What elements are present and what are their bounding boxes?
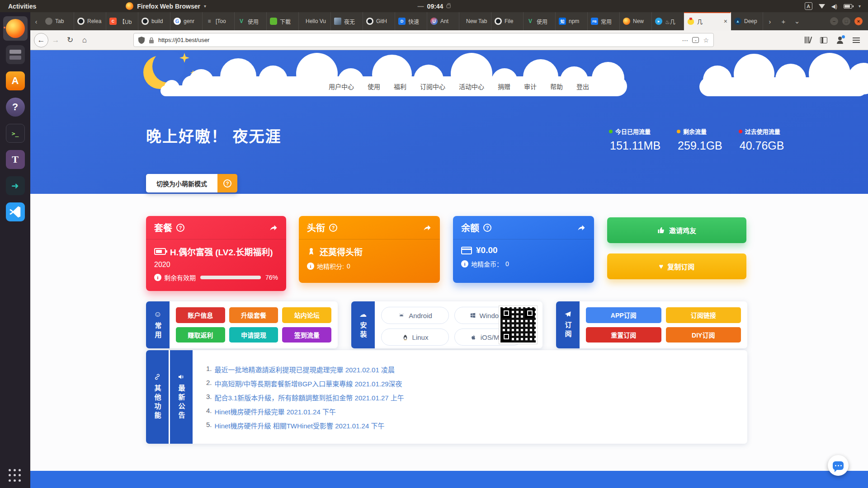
copy-subscription-button[interactable]: ♥ 复制订阅 (607, 253, 746, 279)
forum-button[interactable]: 站内论坛 (282, 307, 331, 323)
scroll-tabs-right-button[interactable]: › (763, 12, 777, 30)
list-all-tabs-button[interactable]: ⌄ (790, 12, 804, 30)
maximize-button[interactable]: □ (842, 17, 850, 25)
nav-item-activity-center[interactable]: 活动中心 (459, 82, 484, 91)
nav-item-logout[interactable]: 登出 (576, 82, 589, 91)
browser-tab[interactable]: V使用 (524, 12, 556, 30)
question-icon[interactable]: ? (483, 224, 491, 232)
invite-friends-button[interactable]: 邀请鸡友 (607, 217, 746, 243)
dock-item-vscode[interactable] (3, 200, 28, 224)
scroll-tabs-left-button[interactable]: ‹ (30, 12, 42, 30)
home-button[interactable]: ⌂ (77, 33, 92, 47)
browser-tab[interactable]: Tab (42, 12, 74, 30)
new-tab-button[interactable]: + (777, 12, 790, 30)
sidebar-icon[interactable] (820, 37, 827, 43)
browser-tab-active[interactable]: 几 × (684, 12, 731, 30)
browser-tab[interactable]: 下載 (267, 12, 299, 30)
browser-tab[interactable]: New (620, 12, 652, 30)
announcement-link[interactable]: Hinet機房硬件升級 相關TWHinet受影響 2021.01.24 下午 (215, 421, 385, 430)
back-button[interactable]: ← (34, 33, 48, 47)
announcement-link[interactable]: 配合3.1新版本升級，所有餘額調整到抵扣金幣 2021.01.27 上午 (215, 393, 404, 402)
browser-tab[interactable]: ≡[Too (203, 12, 235, 30)
dock-item-files[interactable] (3, 42, 28, 67)
tracking-protection-shield-icon[interactable] (138, 37, 145, 44)
install-tab[interactable]: ☁↓ 安装 (351, 301, 375, 348)
announcement-link[interactable]: Hinet機房硬件升級完畢 2021.01.24 下午 (215, 407, 336, 416)
switch-newbie-mode-button[interactable]: 切换为小萌新模式 ? (146, 174, 237, 192)
browser-tab[interactable]: Relea (74, 12, 106, 30)
show-applications-button[interactable] (9, 469, 22, 483)
browser-tab[interactable]: C【Ub (106, 12, 138, 30)
subscribe-tab[interactable]: 订阅 (556, 301, 580, 348)
close-tab-icon[interactable]: × (723, 18, 727, 25)
dock-item-ubuntu-software[interactable]: A (3, 69, 28, 93)
reset-subscription-button[interactable]: 重置订阅 (586, 327, 661, 343)
upgrade-plan-button[interactable]: 升级套餐 (229, 307, 278, 323)
forward-button[interactable]: → (48, 33, 63, 47)
checkin-traffic-button[interactable]: 签到流量 (282, 327, 331, 343)
share-icon[interactable] (423, 223, 432, 232)
android-download-button[interactable]: Android (381, 307, 449, 324)
chat-widget-button[interactable] (828, 455, 849, 476)
account-icon[interactable] (836, 37, 844, 44)
announcement-link[interactable]: 最近一批地精邀請返利提現已提現處理完畢 2021.02.01 凌晨 (215, 365, 395, 374)
system-tray[interactable]: A ◀) ▾ (805, 2, 868, 10)
browser-tab[interactable]: 夜无 (331, 12, 363, 30)
linux-download-button[interactable]: Linux (381, 328, 449, 346)
account-info-button[interactable]: 账户信息 (176, 307, 225, 323)
close-window-button[interactable]: × (854, 17, 863, 25)
save-to-pocket-icon[interactable]: ⌄ (692, 37, 699, 43)
nav-item-donate[interactable]: 捐赠 (498, 82, 510, 91)
bookmark-star-icon[interactable]: ☆ (703, 37, 709, 44)
dock-item-remote-terminal[interactable]: ➜ (3, 174, 28, 198)
browser-tab[interactable]: FB常用 (588, 12, 620, 30)
page-actions-button[interactable]: ⋯ (682, 37, 688, 44)
browser-tab[interactable]: ▲Deep (731, 12, 763, 30)
browser-tab[interactable]: V使用 (235, 12, 267, 30)
announcement-link[interactable]: 中高短期/中等長期套餐新增BGP入口華東專線 2021.01.29深夜 (215, 379, 402, 388)
nav-item-subscription-center[interactable]: 订阅中心 (420, 82, 445, 91)
app-subscription-button[interactable]: APP订阅 (586, 307, 661, 323)
activities-button[interactable]: Activities (0, 3, 44, 10)
mode-help-segment[interactable]: ? (217, 174, 237, 192)
earn-rebate-button[interactable]: 赚取返利 (176, 327, 225, 343)
minimize-button[interactable]: – (830, 17, 838, 25)
subscription-link-button[interactable]: 订阅链接 (666, 307, 741, 323)
latest-announcements-tab[interactable]: 最新公告 (170, 350, 193, 444)
dock-item-help[interactable]: ? (3, 95, 28, 119)
browser-tab[interactable]: build (138, 12, 170, 30)
url-bar[interactable]: https://j01.best/user ⋯ ⌄ ☆ (133, 33, 714, 47)
nav-item-help[interactable]: 帮助 (550, 82, 563, 91)
browser-tab[interactable]: File (491, 12, 524, 30)
dock-item-terminal[interactable]: >_ (3, 121, 28, 145)
diy-subscription-button[interactable]: DIY订阅 (666, 327, 741, 343)
library-icon[interactable] (805, 37, 811, 43)
question-icon[interactable]: ? (329, 224, 337, 232)
browser-tab[interactable]: Hello Vu (299, 12, 331, 30)
reload-button[interactable]: ↻ (63, 33, 77, 47)
browser-tab[interactable]: Ggenr (170, 12, 203, 30)
browser-tab[interactable]: 知npm (556, 12, 588, 30)
browser-tab[interactable]: UAnt (427, 12, 459, 30)
common-tab[interactable]: ☺ 常用 (146, 301, 170, 348)
browser-tab[interactable]: D快速 (395, 12, 427, 30)
menu-icon[interactable] (853, 38, 860, 43)
browser-tab[interactable]: GitH (363, 12, 395, 30)
padlock-icon[interactable] (149, 37, 154, 43)
dock-item-firefox[interactable] (3, 16, 28, 41)
clock[interactable]: — 09:44 (418, 3, 451, 10)
nav-item-usage[interactable]: 使用 (368, 82, 380, 91)
share-icon[interactable] (269, 223, 278, 232)
browser-tab[interactable]: New Tab (459, 12, 491, 30)
nav-item-audit[interactable]: 审计 (524, 82, 537, 91)
withdraw-button[interactable]: 申请提现 (229, 327, 278, 343)
share-icon[interactable] (577, 223, 586, 232)
app-menu[interactable]: Firefox Web Browser ▾ (126, 2, 206, 10)
url-text[interactable]: https://j01.best/user (158, 37, 678, 43)
nav-item-user-center[interactable]: 用户中心 (329, 82, 354, 91)
question-icon[interactable]: ? (176, 224, 184, 232)
browser-tab[interactable]: ▸♨几 (652, 12, 684, 30)
other-functions-tab[interactable]: 其他功能 (146, 350, 169, 444)
nav-item-benefits[interactable]: 福利 (394, 82, 406, 91)
dock-item-text-editor[interactable]: T (3, 147, 28, 172)
